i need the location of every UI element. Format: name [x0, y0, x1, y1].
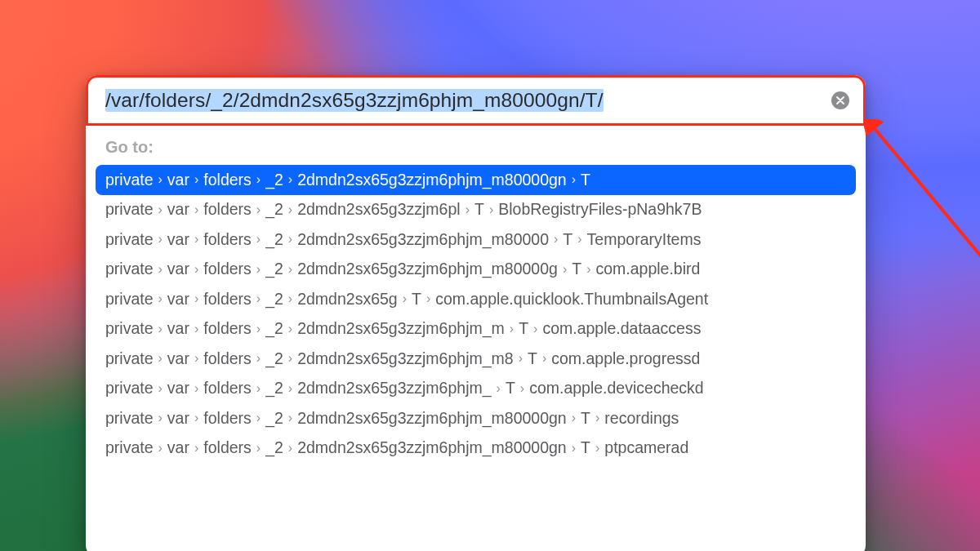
- path-segment: com.apple.progressd: [551, 349, 700, 368]
- chevron-right-icon: ›: [154, 441, 167, 455]
- chevron-right-icon: ›: [189, 351, 203, 366]
- chevron-right-icon: ›: [154, 351, 167, 366]
- result-row[interactable]: private›var›folders›_2›2dmdn2sx65g3zzjm6…: [96, 314, 856, 344]
- result-row[interactable]: private›var›folders›_2›2dmdn2sx65g3zzjm6…: [96, 344, 856, 374]
- path-segment: var: [167, 200, 189, 219]
- chevron-right-icon: ›: [154, 232, 167, 247]
- path-segment: var: [167, 290, 189, 309]
- chevron-right-icon: ›: [283, 262, 297, 277]
- path-segment: ptpcamerad: [604, 438, 688, 457]
- path-segment: _2: [265, 260, 283, 278]
- path-segment: private: [105, 409, 154, 428]
- path-segment: var: [167, 260, 189, 278]
- chevron-right-icon: ›: [283, 172, 297, 187]
- path-segment: T: [581, 171, 590, 189]
- path-segment: private: [105, 379, 154, 398]
- path-segment: 2dmdn2sx65g3zzjm6phjm_m80000: [297, 230, 549, 249]
- path-segment: folders: [203, 171, 252, 189]
- path-segment: com.apple.bird: [595, 260, 700, 278]
- chevron-right-icon: ›: [252, 351, 265, 366]
- result-row[interactable]: private›var›folders›_2›2dmdn2sx65g›T›com…: [96, 284, 856, 314]
- result-row[interactable]: private›var›folders›_2›2dmdn2sx65g3zzjm6…: [96, 374, 856, 404]
- path-segment: private: [105, 290, 154, 309]
- chevron-right-icon: ›: [567, 441, 581, 455]
- chevron-right-icon: ›: [252, 411, 265, 425]
- path-segment: private: [105, 349, 154, 368]
- chevron-right-icon: ›: [549, 232, 563, 247]
- path-segment: T: [563, 230, 572, 249]
- path-segment: folders: [203, 290, 252, 309]
- path-segment: _2: [265, 230, 283, 249]
- path-segment: private: [105, 438, 154, 457]
- chevron-right-icon: ›: [154, 262, 167, 277]
- chevron-right-icon: ›: [283, 411, 297, 425]
- chevron-right-icon: ›: [154, 411, 167, 425]
- path-input[interactable]: /var/folders/_2/2dmdn2sx65g3zzjm6phjm_m8…: [105, 89, 822, 112]
- chevron-right-icon: ›: [252, 262, 265, 277]
- chevron-right-icon: ›: [492, 381, 506, 396]
- path-segment: recordings: [604, 409, 679, 428]
- result-row[interactable]: private›var›folders›_2›2dmdn2sx65g3zzjm6…: [96, 255, 856, 285]
- path-segment: BlobRegistryFiles-pNa9hk7B: [498, 200, 702, 219]
- chevron-right-icon: ›: [154, 202, 167, 217]
- path-segment: _2: [265, 379, 283, 398]
- path-segment: T: [519, 319, 528, 338]
- path-segment: 2dmdn2sx65g3zzjm6phjm_m80000gn: [297, 438, 567, 457]
- chevron-right-icon: ›: [189, 291, 203, 306]
- chevron-right-icon: ›: [461, 202, 474, 217]
- chevron-right-icon: ›: [252, 322, 265, 336]
- path-segment: 2dmdn2sx65g3zzjm6phjm_: [297, 379, 491, 398]
- path-segment: _2: [265, 319, 283, 338]
- result-row[interactable]: private›var›folders›_2›2dmdn2sx65g3zzjm6…: [96, 224, 856, 255]
- path-segment: var: [167, 230, 189, 249]
- path-segment: _2: [265, 349, 283, 368]
- path-segment: _2: [265, 200, 283, 219]
- path-segment: 2dmdn2sx65g3zzjm6pl: [297, 200, 460, 219]
- path-segment: 2dmdn2sx65g3zzjm6phjm_m80000gn: [297, 171, 567, 189]
- chevron-right-icon: ›: [154, 381, 167, 396]
- result-row[interactable]: private›var›folders›_2›2dmdn2sx65g3zzjm6…: [96, 433, 856, 464]
- path-input-row: /var/folders/_2/2dmdn2sx65g3zzjm6phjm_m8…: [86, 75, 866, 126]
- chevron-right-icon: ›: [572, 232, 586, 247]
- path-segment: _2: [265, 438, 283, 457]
- path-segment: TemporaryItems: [587, 230, 702, 249]
- chevron-right-icon: ›: [283, 441, 297, 455]
- chevron-right-icon: ›: [154, 291, 167, 306]
- path-segment: 2dmdn2sx65g3zzjm6phjm_m8: [297, 349, 513, 368]
- chevron-right-icon: ›: [484, 202, 498, 217]
- chevron-right-icon: ›: [252, 381, 265, 396]
- path-segment: var: [167, 171, 189, 189]
- go-to-folder-popup: /var/folders/_2/2dmdn2sx65g3zzjm6phjm_m8…: [86, 75, 866, 551]
- result-row[interactable]: private›var›folders›_2›2dmdn2sx65g3zzjm6…: [96, 403, 856, 433]
- chevron-right-icon: ›: [189, 322, 203, 336]
- chevron-right-icon: ›: [515, 381, 529, 396]
- result-row[interactable]: private›var›folders›_2›2dmdn2sx65g3zzjm6…: [96, 195, 856, 225]
- path-segment: 2dmdn2sx65g3zzjm6phjm_m: [297, 319, 505, 338]
- path-segment: var: [167, 379, 189, 398]
- chevron-right-icon: ›: [590, 441, 604, 455]
- chevron-right-icon: ›: [154, 172, 167, 187]
- path-segment: private: [105, 171, 154, 189]
- path-input-selection: /var/folders/_2/2dmdn2sx65g3zzjm6phjm_m8…: [105, 89, 604, 112]
- chevron-right-icon: ›: [283, 381, 297, 396]
- path-segment: com.apple.devicecheckd: [529, 379, 704, 398]
- path-segment: 2dmdn2sx65g: [297, 290, 398, 309]
- chevron-right-icon: ›: [252, 202, 265, 217]
- chevron-right-icon: ›: [421, 291, 435, 306]
- chevron-right-icon: ›: [528, 322, 542, 336]
- result-row[interactable]: private›var›folders›_2›2dmdn2sx65g3zzjm6…: [96, 165, 856, 195]
- chevron-right-icon: ›: [283, 232, 297, 247]
- path-segment: 2dmdn2sx65g3zzjm6phjm_m80000g: [297, 260, 558, 278]
- chevron-right-icon: ›: [283, 351, 297, 366]
- path-segment: T: [581, 409, 590, 428]
- results-list: private›var›folders›_2›2dmdn2sx65g3zzjm6…: [86, 165, 866, 463]
- chevron-right-icon: ›: [567, 411, 581, 425]
- chevron-right-icon: ›: [252, 291, 265, 306]
- path-segment: T: [528, 349, 537, 368]
- path-segment: folders: [203, 349, 252, 368]
- path-segment: private: [105, 319, 154, 338]
- chevron-right-icon: ›: [252, 172, 265, 187]
- path-segment: private: [105, 200, 154, 219]
- clear-button[interactable]: [831, 91, 849, 109]
- close-icon: [836, 96, 844, 104]
